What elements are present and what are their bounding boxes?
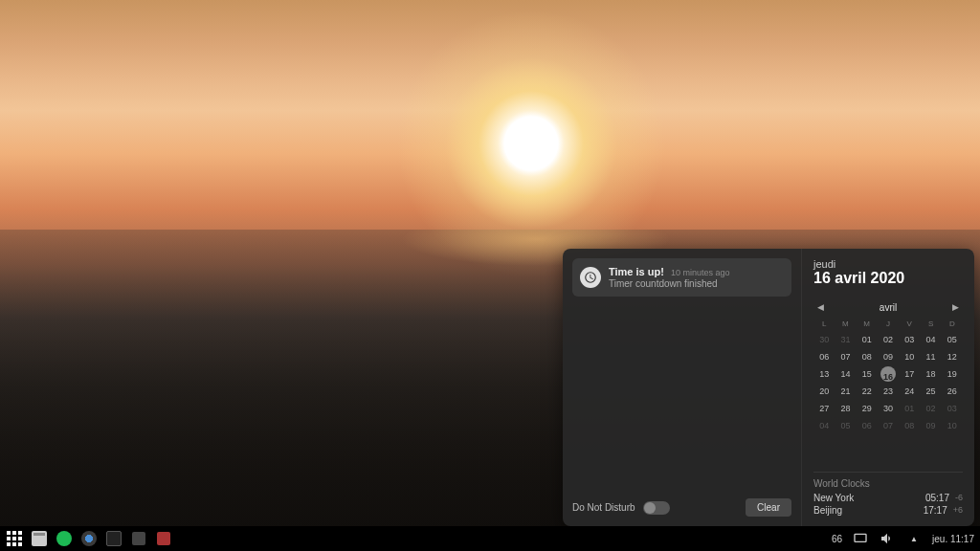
world-clock-row: New York05:17-6 — [813, 492, 963, 504]
dnd-label: Do Not Disturb — [572, 502, 635, 513]
svg-rect-0 — [855, 534, 866, 541]
calendar-day[interactable]: 01 — [899, 401, 920, 416]
date-header: jeudi 16 avril 2020 — [813, 258, 963, 287]
notification-body: Time is up! 10 minutes ago Timer countdo… — [609, 266, 784, 289]
calendar-day[interactable]: 17 — [899, 366, 920, 382]
calendar-day[interactable]: 16 — [880, 366, 896, 382]
calendar-day[interactable]: 29 — [857, 401, 878, 416]
calendar-day[interactable]: 31 — [835, 332, 856, 347]
dnd-toggle[interactable] — [643, 501, 670, 515]
calendar-day[interactable]: 01 — [857, 332, 878, 347]
chromium-app-icon[interactable] — [80, 530, 98, 547]
calendar-grid: LMMJVSD303101020304050607080910111213141… — [813, 318, 963, 433]
app-icon[interactable] — [130, 530, 147, 547]
calendar-panel: jeudi 16 avril 2020 ◀ avril ▶ LMMJVSD303… — [802, 249, 974, 526]
calendar-day[interactable]: 10 — [942, 418, 963, 433]
calendar-day[interactable]: 06 — [813, 349, 835, 364]
weekday-label: jeudi — [813, 258, 963, 270]
weekday-head: J — [878, 318, 899, 330]
calendar-day[interactable]: 05 — [835, 418, 856, 433]
month-label: avril — [880, 302, 897, 313]
calendar-day[interactable]: 06 — [857, 418, 878, 433]
calendar-day[interactable]: 09 — [878, 349, 899, 364]
workspace-icon[interactable] — [852, 530, 869, 547]
calendar-day[interactable]: 11 — [920, 349, 941, 364]
calendar-day[interactable]: 09 — [920, 418, 941, 433]
calendar-day[interactable]: 30 — [813, 332, 835, 347]
calendar-day[interactable]: 28 — [835, 401, 856, 416]
weekday-head: L — [813, 318, 835, 330]
calendar-day[interactable]: 19 — [942, 366, 963, 382]
calendar-day[interactable]: 04 — [813, 418, 835, 433]
calendar-day[interactable]: 03 — [942, 401, 963, 416]
calendar-day[interactable]: 25 — [920, 384, 941, 399]
taskbar-clock[interactable]: jeu. 11:17 — [932, 534, 974, 544]
volume-icon[interactable] — [879, 530, 896, 547]
system-tray: 66 ▲ jeu. 11:17 — [832, 530, 974, 547]
do-not-disturb: Do Not Disturb — [572, 501, 670, 515]
calendar-day[interactable]: 14 — [835, 366, 856, 382]
calendar-day[interactable]: 23 — [878, 384, 899, 399]
terminal-app-icon[interactable] — [105, 530, 122, 547]
weekday-head: V — [899, 318, 920, 330]
calendar-day[interactable]: 30 — [878, 401, 899, 416]
calendar-day[interactable]: 07 — [835, 349, 856, 364]
calendar-day[interactable]: 21 — [835, 384, 856, 399]
weekday-head: S — [920, 318, 941, 330]
spotify-app-icon[interactable] — [56, 530, 73, 547]
calendar-day[interactable]: 03 — [899, 332, 920, 347]
calendar-day[interactable]: 22 — [857, 384, 878, 399]
prev-month-button[interactable]: ◀ — [813, 300, 828, 314]
clock-icon — [580, 267, 601, 288]
notification-item[interactable]: Time is up! 10 minutes ago Timer countdo… — [572, 258, 791, 297]
calendar-day[interactable]: 26 — [942, 384, 963, 399]
taskbar: 66 ▲ jeu. 11:17 — [0, 526, 980, 551]
notification-panel: Time is up! 10 minutes ago Timer countdo… — [563, 249, 802, 526]
notification-title: Time is up! — [609, 266, 664, 277]
world-clocks[interactable]: World Clocks New York05:17-6Beijing17:17… — [813, 472, 963, 517]
calendar-day[interactable]: 24 — [899, 384, 920, 399]
calendar-notification-popup: Time is up! 10 minutes ago Timer countdo… — [563, 249, 974, 526]
weekday-head: M — [835, 318, 856, 330]
calendar-day[interactable]: 18 — [920, 366, 941, 382]
calendar-day[interactable]: 08 — [899, 418, 920, 433]
calendar-day[interactable]: 05 — [942, 332, 963, 347]
calendar-day[interactable]: 04 — [920, 332, 941, 347]
world-clock-row: Beijing17:17+6 — [813, 504, 963, 517]
tray-arrow-icon[interactable]: ▲ — [905, 530, 923, 547]
next-month-button[interactable]: ▶ — [948, 300, 963, 314]
files-app-icon[interactable] — [31, 530, 48, 547]
calendar-day[interactable]: 07 — [878, 418, 899, 433]
calendar-day[interactable]: 15 — [857, 366, 878, 382]
calendar-day[interactable]: 13 — [813, 366, 835, 382]
calendar-day[interactable]: 02 — [878, 332, 899, 347]
weekday-head: M — [857, 318, 878, 330]
calendar-nav: ◀ avril ▶ — [813, 300, 963, 314]
notification-time: 10 minutes ago — [671, 268, 730, 277]
date-label: 16 avril 2020 — [813, 270, 963, 287]
world-clocks-title: World Clocks — [813, 478, 963, 489]
notification-message: Timer countdown finished — [609, 278, 784, 289]
clear-button[interactable]: Clear — [746, 498, 791, 517]
weekday-head: D — [942, 318, 963, 330]
activities-button[interactable] — [6, 530, 23, 547]
battery-percent[interactable]: 66 — [832, 534, 842, 544]
calendar-day[interactable]: 12 — [942, 349, 963, 364]
calendar-day[interactable]: 20 — [813, 384, 835, 399]
calendar-day[interactable]: 02 — [920, 401, 941, 416]
calendar-day[interactable]: 10 — [899, 349, 920, 364]
app-icon[interactable] — [155, 530, 172, 547]
calendar-day[interactable]: 27 — [813, 401, 835, 416]
calendar-day[interactable]: 08 — [857, 349, 878, 364]
